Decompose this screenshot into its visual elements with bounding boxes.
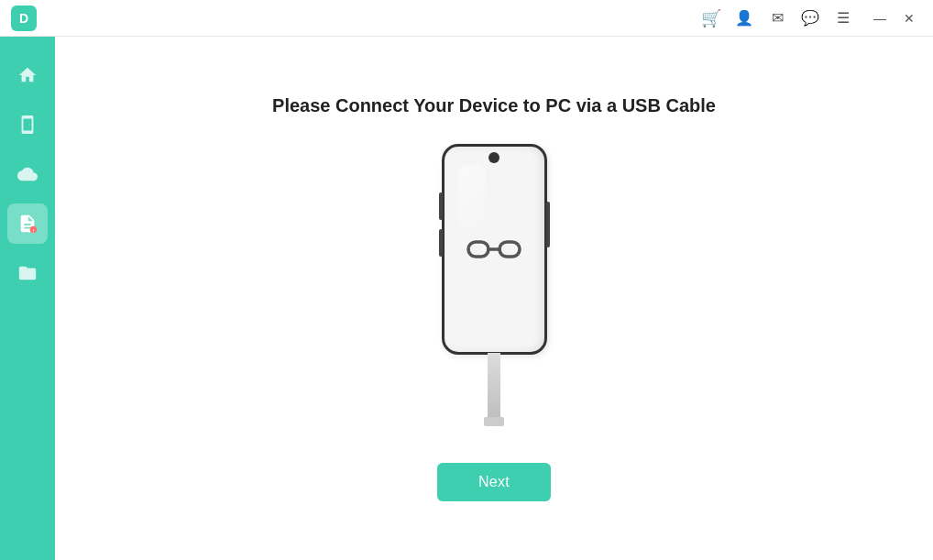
cloud-icon [17,164,38,184]
next-button[interactable]: Next [437,463,551,501]
home-icon [17,65,38,85]
phone-vol-button-1 [439,192,443,220]
chat-icon[interactable]: 💬 [797,5,823,31]
device-icon [17,115,38,135]
link-icon [466,236,521,262]
user-icon[interactable]: 👤 [731,5,757,31]
sidebar-item-recovery[interactable]: ! [7,203,48,244]
minimize-button[interactable]: — [867,5,893,31]
cart-icon[interactable]: 🛒 [698,5,724,31]
title-bar-left: D [11,5,37,31]
sidebar-item-files[interactable] [7,253,48,293]
usb-cable [488,353,500,426]
phone-vol-button-2 [439,229,443,257]
app-logo: D [11,5,37,31]
phone-body [442,144,547,355]
content-area: Please Connect Your Device to PC via a U… [55,37,933,560]
close-button[interactable]: ✕ [896,5,922,31]
title-bar: D 🛒 👤 ✉ 💬 ☰ — ✕ [0,0,933,37]
recovery-icon: ! [17,214,38,234]
sidebar: ! [0,37,55,560]
svg-text:!: ! [32,228,34,234]
sidebar-item-backup[interactable] [7,154,48,194]
phone-illustration [442,144,547,426]
phone-shine [458,165,486,284]
sidebar-item-device[interactable] [7,104,48,145]
main-layout: ! Please Connect Your Device to PC via a… [0,37,933,560]
window-controls: — ✕ [867,5,922,31]
svg-rect-6 [505,246,514,253]
usb-connector [484,417,504,426]
folder-icon [17,263,38,283]
sidebar-item-home[interactable] [7,55,48,95]
page-title: Please Connect Your Device to PC via a U… [272,95,716,116]
svg-rect-5 [474,246,483,253]
mail-icon[interactable]: ✉ [764,5,790,31]
menu-icon[interactable]: ☰ [830,5,856,31]
chain-link-svg [466,236,521,262]
title-bar-right: 🛒 👤 ✉ 💬 ☰ — ✕ [698,5,922,31]
